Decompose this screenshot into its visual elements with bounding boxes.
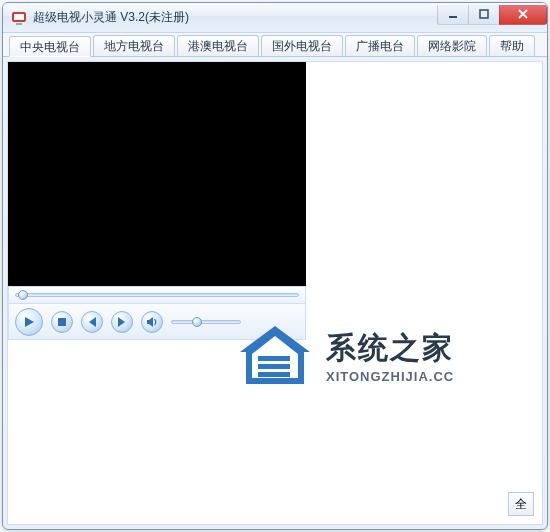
- minimize-icon: [448, 9, 458, 19]
- close-button[interactable]: [499, 5, 547, 25]
- volume-thumb[interactable]: [192, 317, 202, 327]
- svg-rect-1: [14, 14, 24, 20]
- svg-rect-5: [58, 318, 66, 326]
- tab-help[interactable]: 帮助: [489, 35, 535, 56]
- stop-icon: [58, 318, 66, 326]
- svg-rect-2: [16, 23, 22, 25]
- volume-slider[interactable]: [171, 320, 241, 324]
- svg-rect-7: [258, 364, 290, 369]
- watermark: 系统之家 XITONGZHIJIA.CC: [236, 322, 454, 390]
- tab-foreign[interactable]: 国外电视台: [261, 35, 343, 56]
- speaker-icon: [146, 316, 158, 328]
- svg-rect-8: [258, 372, 290, 377]
- tab-radio[interactable]: 广播电台: [345, 35, 415, 56]
- tab-bar: 中央电视台 地方电视台 港澳电视台 国外电视台 广播电台 网络影院 帮助: [3, 33, 547, 57]
- fullscreen-button[interactable]: 全: [508, 492, 534, 516]
- window-title: 超级电视小灵通 V3.2(未注册): [33, 9, 438, 26]
- tab-hkmo[interactable]: 港澳电视台: [177, 35, 259, 56]
- app-window: 超级电视小灵通 V3.2(未注册) 中央电视台 地方电视台 港澳电视台 国外电视…: [2, 2, 548, 530]
- tab-cctv[interactable]: 中央电视台: [9, 36, 91, 57]
- video-canvas[interactable]: [8, 62, 306, 286]
- seek-bar-row: [8, 286, 306, 304]
- window-controls: [438, 5, 547, 25]
- mute-button[interactable]: [141, 311, 163, 333]
- stop-button[interactable]: [51, 311, 73, 333]
- next-button[interactable]: [111, 311, 133, 333]
- tab-local[interactable]: 地方电视台: [93, 35, 175, 56]
- seek-thumb[interactable]: [18, 290, 28, 300]
- minimize-button[interactable]: [437, 5, 469, 25]
- maximize-button[interactable]: [468, 5, 500, 25]
- prev-button[interactable]: [81, 311, 103, 333]
- titlebar[interactable]: 超级电视小灵通 V3.2(未注册): [3, 3, 547, 33]
- close-icon: [517, 8, 529, 20]
- watermark-subtitle: XITONGZHIJIA.CC: [326, 369, 454, 384]
- seek-slider[interactable]: [15, 293, 299, 297]
- tab-cinema[interactable]: 网络影院: [417, 35, 487, 56]
- prev-icon: [87, 317, 97, 327]
- svg-rect-4: [480, 10, 488, 18]
- watermark-title: 系统之家: [326, 328, 454, 369]
- play-icon: [23, 316, 35, 328]
- svg-rect-6: [258, 356, 290, 361]
- content-area: 系统之家 XITONGZHIJIA.CC 全: [7, 61, 543, 525]
- play-button[interactable]: [15, 308, 43, 336]
- next-icon: [117, 317, 127, 327]
- svg-rect-3: [449, 16, 457, 18]
- app-icon: [11, 10, 27, 26]
- maximize-icon: [479, 9, 489, 19]
- media-player: [8, 62, 306, 340]
- house-icon: [236, 322, 314, 390]
